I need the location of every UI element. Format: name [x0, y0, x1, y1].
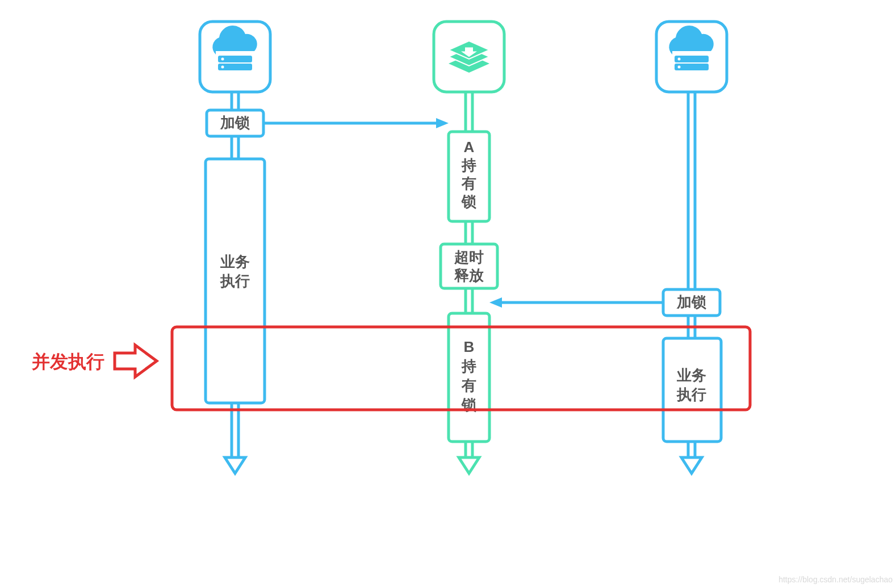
lane-client-a: 加锁 业务 执行 [200, 22, 270, 473]
b-holds-2: 持 [461, 358, 476, 375]
cloud-server-icon [669, 26, 713, 70]
svg-point-3 [221, 66, 224, 69]
lock-label-b: 加锁 [676, 293, 706, 310]
svg-point-24 [678, 58, 681, 61]
arrow-down-b [681, 457, 702, 473]
svg-point-25 [678, 66, 681, 69]
arrow-a-lock-to-server [263, 118, 449, 128]
exec-label-b-2: 执行 [676, 386, 706, 403]
timeout-2: 释放 [454, 267, 484, 284]
concurrent-annotation: 并发执行 [31, 345, 157, 377]
timeout-1: 超时 [454, 249, 484, 266]
lane-client-b: 加锁 业务 执行 [656, 22, 727, 473]
exec-label-a-1: 业务 [220, 253, 250, 270]
exec-label-a-2: 执行 [220, 272, 250, 289]
b-holds-1: B [464, 338, 475, 355]
watermark: https://blog.csdn.net/sugelachao [778, 575, 893, 584]
a-holds-1: A [464, 138, 475, 156]
a-holds-4: 锁 [461, 193, 476, 210]
svg-marker-37 [115, 345, 157, 377]
a-holds-2: 持 [461, 157, 476, 174]
lane-server: A 持 有 锁 超时 释放 B 持 有 锁 [434, 22, 504, 473]
b-holds-3: 有 [461, 377, 476, 394]
arrow-right-icon [115, 345, 157, 377]
a-holds-3: 有 [461, 175, 476, 192]
exec-label-b-1: 业务 [676, 367, 706, 384]
concurrent-label: 并发执行 [31, 351, 104, 372]
svg-marker-33 [436, 118, 449, 128]
arrow-b-lock-to-server [489, 297, 663, 308]
arrow-down-a [225, 457, 245, 473]
diagram-canvas: 加锁 业务 执行 A 持 有 锁 [0, 0, 896, 588]
svg-marker-35 [489, 297, 502, 308]
svg-point-2 [221, 58, 224, 61]
arrow-down-server [459, 457, 479, 473]
lock-label-a: 加锁 [220, 114, 250, 131]
cloud-server-icon [212, 26, 257, 70]
layers-icon [449, 41, 489, 73]
